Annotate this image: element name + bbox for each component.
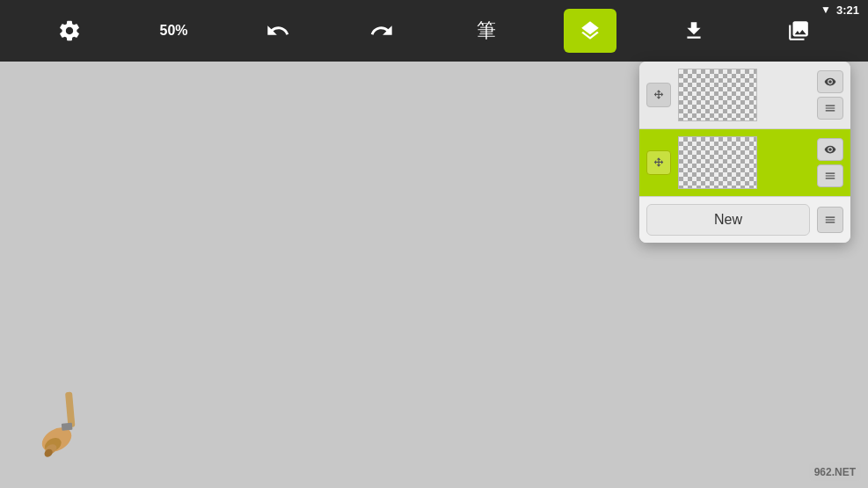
brush-icon: 筆: [477, 18, 496, 44]
layer-1-thumbnail: [678, 69, 757, 121]
layer-item-1[interactable]: [639, 62, 850, 129]
layers-button[interactable]: [564, 9, 616, 53]
brush-tool-button[interactable]: 筆: [460, 9, 513, 53]
status-bar: ▼ 3:21: [821, 0, 868, 19]
status-time: 3:21: [836, 4, 859, 17]
layer-1-menu-button[interactable]: [817, 97, 843, 120]
export-button[interactable]: [667, 9, 720, 53]
new-layer-row: New: [639, 197, 850, 243]
layer-2-thumbnail: [678, 136, 757, 189]
wifi-icon: ▼: [821, 4, 831, 16]
layer-item-2[interactable]: [639, 129, 850, 197]
layers-menu-button[interactable]: [817, 207, 843, 233]
layer-2-visibility-button[interactable]: [817, 138, 843, 161]
zoom-value: 50%: [160, 23, 188, 39]
new-layer-label: New: [714, 212, 742, 228]
new-layer-button[interactable]: New: [646, 204, 810, 236]
layer-1-actions: [817, 70, 843, 120]
toolbar: 50% 筆: [0, 0, 868, 62]
layer-2-content: [679, 137, 756, 188]
layer-2-menu-button[interactable]: [817, 164, 843, 187]
watermark-text: 962.NET: [814, 466, 856, 478]
redo-button[interactable]: [355, 9, 408, 53]
layer-1-visibility-button[interactable]: [817, 70, 843, 93]
gallery-button[interactable]: [772, 9, 825, 53]
svg-rect-3: [62, 423, 73, 431]
layer-1-drag-handle[interactable]: [646, 83, 671, 107]
svg-rect-0: [65, 392, 75, 428]
layers-panel: New: [639, 62, 850, 243]
layer-2-drag-handle[interactable]: [646, 150, 671, 175]
zoom-control[interactable]: 50%: [148, 9, 201, 53]
watermark: 962.NET: [809, 462, 861, 481]
settings-button[interactable]: [43, 9, 96, 53]
undo-button[interactable]: [252, 9, 304, 53]
layer-2-actions: [817, 138, 843, 187]
